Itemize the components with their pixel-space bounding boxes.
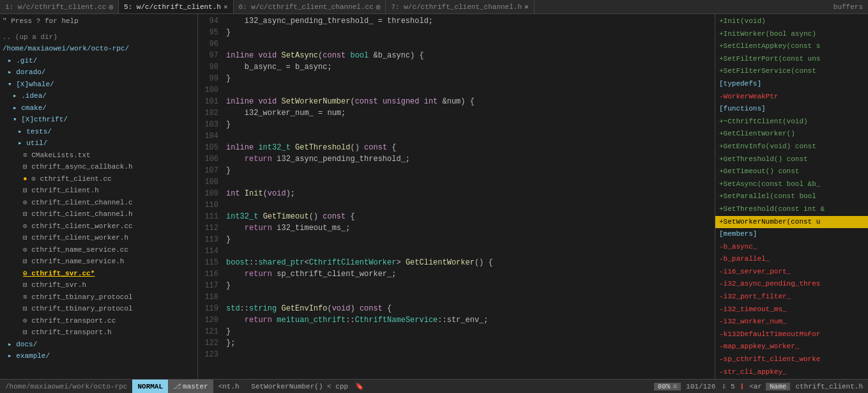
- sidebar-item-example[interactable]: ▸ example/: [0, 350, 197, 362]
- sidebar-item-name-service-h[interactable]: ⊡ cthrift_name_service.h: [0, 256, 197, 268]
- line-number: 122: [198, 337, 218, 349]
- code-line: int32_t GetTimeout() const {: [226, 211, 715, 222]
- sidebar-item-worker-cc[interactable]: ⊙ cthrift_client_worker.cc: [0, 220, 197, 233]
- sidebar-item-transport-h[interactable]: ⊡ cthrift_transport.h: [0, 327, 197, 339]
- outline-item[interactable]: -str_cli_appkey_: [715, 366, 868, 379]
- outline-item[interactable]: +~CthriftClient(void): [715, 116, 868, 128]
- line-number: 120: [198, 314, 218, 326]
- tab-5[interactable]: 5: w/c/cthrift_client.h ✕: [119, 0, 233, 13]
- outline-item[interactable]: -i32_timeout_ms_: [715, 304, 868, 316]
- status-file-info: <nt.h SetWorkerNumber() < cpp 🔖: [213, 382, 651, 390]
- outline-item[interactable]: +SetClientAppkey(const s: [715, 40, 868, 53]
- file-explorer: " Press ? for help .. (up a dir) /home/m…: [0, 14, 198, 379]
- sidebar-nav-up[interactable]: .. (up a dir): [0, 31, 197, 43]
- outline-item[interactable]: -i32_async_pending_thres: [715, 278, 868, 291]
- outline-item[interactable]: -k132DefaultTimeoutMsFor: [715, 328, 868, 341]
- outline-item[interactable]: +Init(void): [715, 15, 868, 28]
- code-line: int Init(void);: [226, 188, 715, 199]
- sidebar-item-channel-h[interactable]: ⊡ cthrift_client_channel.h: [0, 208, 197, 220]
- outline-item[interactable]: +SetParallel(const bool: [715, 190, 868, 203]
- outline-item[interactable]: +SetFilterPort(const uns: [715, 53, 868, 66]
- line-number: 117: [198, 280, 218, 291]
- code-line: i32_worker_num_ = num;: [226, 107, 715, 119]
- sidebar-item-async-callback[interactable]: ⊡ cthrift_async_callback.h: [0, 161, 197, 173]
- outline-item[interactable]: +SetFilterService(const: [715, 65, 868, 78]
- sidebar-item-svr-h[interactable]: ⊡ cthrift_svr.h: [0, 279, 197, 291]
- code-line: }: [226, 27, 715, 38]
- code-line: }: [226, 280, 715, 291]
- status-bar: /home/maxiaowei/work/octo-rpc NORMAL ⎇ m…: [0, 379, 868, 393]
- status-right: 80% ≡ 101/126 𝓵 5 ❙ <ar Name cthrift_cli…: [651, 382, 868, 390]
- sidebar-item-cmakelists[interactable]: ≡ CMakeLists.txt: [0, 150, 197, 162]
- code-line: b_async_ = b_async;: [226, 61, 715, 73]
- line-number: 102: [198, 107, 218, 119]
- line-number: 103: [198, 119, 218, 130]
- status-ar: <ar: [748, 383, 763, 390]
- sidebar-item-client-h[interactable]: ⊡ cthrift_client.h: [0, 185, 197, 197]
- status-branch: ⎇ master: [168, 380, 213, 393]
- code-line: inline void SetAsync(const bool &b_async…: [226, 50, 715, 61]
- outline-panel: +Init(void)+InitWorker(bool async)+SetCl…: [715, 14, 868, 379]
- code-line: [226, 291, 715, 303]
- tab-7[interactable]: 7: w/c/cthrift_client_channel.h ✕: [386, 0, 534, 13]
- line-number: 100: [198, 84, 218, 96]
- sidebar-root-path: /home/maxiaowei/work/octo-rpc/: [0, 43, 197, 55]
- outline-item[interactable]: +GetTimeout() const: [715, 166, 868, 178]
- tab-1-indicator: ◎: [109, 3, 113, 11]
- sidebar-item-channel-c[interactable]: ⊙ cthrift_client_channel.c: [0, 197, 197, 209]
- code-lines[interactable]: i32_async_pending_threshold_ = threshold…: [222, 14, 715, 379]
- code-line: [226, 130, 715, 142]
- sidebar-item-docs[interactable]: ▸ docs/: [0, 339, 197, 351]
- outline-item[interactable]: +GetClientWorker(): [715, 128, 868, 141]
- line-number: 97: [198, 50, 218, 61]
- sidebar-item-tbinary-cc[interactable]: ≡ cthrift_tbinary_protocol: [0, 291, 197, 304]
- outline-item[interactable]: +GetThreshold() const: [715, 153, 868, 166]
- sidebar-item-svr-cc[interactable]: ⊙ cthrift_svr.cc*: [0, 268, 197, 280]
- outline-item[interactable]: -WorkerWeakPtr: [715, 91, 868, 104]
- outline-item[interactable]: -b_async_: [715, 241, 868, 254]
- sidebar-item-util[interactable]: ▸ util/: [0, 137, 197, 150]
- outline-item[interactable]: [members]: [715, 228, 868, 241]
- outline-item[interactable]: +GetEnvInfo(void) const: [715, 141, 868, 153]
- code-line: inline void SetWorkerNumber(const unsign…: [226, 96, 715, 107]
- code-line: std::string GetEnvInfo(void) const {: [226, 303, 715, 314]
- sidebar-item-name-service-cc[interactable]: ⊙ cthrift_name_service.cc: [0, 244, 197, 256]
- sidebar-item-tbinary-h[interactable]: ⊡ cthrift_tbinary_protocol: [0, 303, 197, 315]
- sidebar-item-cthrift[interactable]: ▾ [X]cthrift/: [0, 114, 197, 126]
- outline-item[interactable]: -b_parallel_: [715, 253, 868, 266]
- sidebar-item-idea[interactable]: ▸ .idea/: [0, 90, 197, 102]
- sidebar-item-tests[interactable]: ▸ tests/: [0, 126, 197, 138]
- sidebar-item-worker-h[interactable]: ⊡ cthrift_client_worker.h: [0, 232, 197, 244]
- outline-item[interactable]: -map_appkey_worker_: [715, 341, 868, 353]
- code-line: i32_async_pending_threshold_ = threshold…: [226, 15, 715, 27]
- status-pos: 101/126 𝓵: [683, 383, 727, 390]
- sidebar-item-git[interactable]: ▸ .git/: [0, 55, 197, 67]
- line-numbers: 9495969798991001011021031041051061071081…: [198, 14, 222, 379]
- code-editor[interactable]: 9495969798991001011021031041051061071081…: [198, 14, 715, 379]
- sidebar-item-whale[interactable]: ▾ [X]whale/: [0, 79, 197, 91]
- code-line: inline int32_t GetThreshold() const {: [226, 142, 715, 153]
- sidebar-item-transport-cc[interactable]: ⊙ cthrift_transport.cc: [0, 315, 197, 327]
- tab-6[interactable]: 6: w/c/cthrift_client_channel.cc ◎: [234, 0, 386, 13]
- line-number: 110: [198, 199, 218, 211]
- code-line: return meituan_cthrift::CthriftNameServi…: [226, 314, 715, 326]
- outline-item[interactable]: -i16_server_port_: [715, 266, 868, 279]
- outline-item[interactable]: +SetThreshold(const int &: [715, 203, 868, 216]
- outline-item[interactable]: -i32_port_filter_: [715, 291, 868, 304]
- buffers-label[interactable]: buffers: [828, 2, 868, 12]
- outline-item[interactable]: -i32_worker_num_: [715, 316, 868, 328]
- tab-7-indicator: ✕: [524, 3, 529, 11]
- sidebar-item-dorado[interactable]: ▸ dorado/: [0, 66, 197, 79]
- sidebar-item-client-cc[interactable]: ● ⊙ cthrift_client.cc: [0, 173, 197, 185]
- line-number: 109: [198, 188, 218, 199]
- outline-item[interactable]: +SetWorkerNumber(const u: [715, 216, 868, 229]
- code-line: }: [226, 326, 715, 337]
- sidebar-item-cmake[interactable]: ▸ cmake/: [0, 102, 197, 114]
- outline-item[interactable]: -sp_cthrift_client_worke: [715, 353, 868, 366]
- status-tag-info: Name: [766, 383, 790, 390]
- outline-item[interactable]: [functions]: [715, 103, 868, 116]
- outline-item[interactable]: +InitWorker(bool async): [715, 28, 868, 41]
- tab-1[interactable]: 1: w/c/cthrift_client.cc ◎: [0, 0, 119, 13]
- outline-item[interactable]: [typedefs]: [715, 78, 868, 91]
- outline-item[interactable]: +SetAsync(const bool &b_: [715, 178, 868, 191]
